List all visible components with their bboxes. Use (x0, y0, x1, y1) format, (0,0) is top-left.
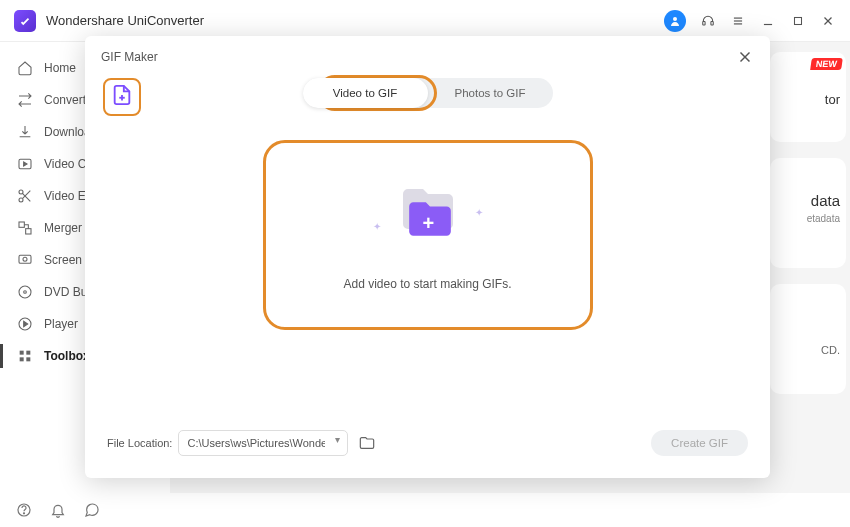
background-cards: NEW tor data etadata CD. (770, 42, 850, 493)
peek-card: data etadata (770, 158, 846, 268)
svg-rect-7 (795, 17, 802, 24)
maximize-icon[interactable] (790, 13, 806, 29)
svg-point-12 (19, 190, 23, 194)
svg-point-29 (23, 513, 24, 514)
bottombar (0, 493, 116, 527)
close-icon[interactable] (736, 48, 754, 66)
tab-photos-to-gif[interactable]: Photos to GIF (428, 78, 553, 108)
svg-rect-27 (26, 357, 30, 361)
download-icon (16, 123, 34, 141)
new-badge: NEW (810, 58, 843, 70)
svg-point-19 (23, 257, 27, 261)
home-icon (16, 59, 34, 77)
sidebar-item-label: Toolbox (44, 349, 90, 363)
add-document-icon (111, 84, 133, 110)
play-icon (16, 315, 34, 333)
user-account-icon[interactable] (664, 10, 686, 32)
menu-icon[interactable] (730, 13, 746, 29)
plus-icon: + (423, 212, 435, 235)
svg-rect-2 (711, 21, 713, 24)
svg-rect-26 (20, 357, 24, 361)
peek-card: NEW tor (770, 52, 846, 142)
help-icon[interactable] (16, 502, 32, 518)
svg-rect-24 (20, 351, 24, 355)
convert-icon (16, 91, 34, 109)
svg-rect-16 (19, 222, 24, 227)
close-icon[interactable] (820, 13, 836, 29)
bell-icon[interactable] (50, 502, 66, 518)
svg-point-0 (673, 17, 677, 21)
sidebar-item-label: Player (44, 317, 78, 331)
merge-icon (16, 219, 34, 237)
minimize-icon[interactable] (760, 13, 776, 29)
drop-text: Add video to start making GIFs. (343, 277, 511, 291)
svg-marker-23 (24, 321, 28, 326)
sidebar-item-label: Home (44, 61, 76, 75)
disc-icon (16, 283, 34, 301)
tab-video-to-gif[interactable]: Video to GIF (303, 78, 428, 108)
headset-icon[interactable] (700, 13, 716, 29)
svg-point-20 (19, 286, 31, 298)
add-folder-illustration: ✦ ✦ + (373, 179, 483, 259)
file-location-label: File Location: (107, 437, 172, 449)
record-icon (16, 251, 34, 269)
create-gif-button[interactable]: Create GIF (651, 430, 748, 456)
drop-area[interactable]: ✦ ✦ + Add video to start making GIFs. (263, 140, 593, 330)
svg-marker-11 (24, 162, 27, 166)
modal-header: GIF Maker (85, 36, 770, 74)
add-file-button[interactable] (103, 78, 141, 116)
feedback-icon[interactable] (84, 502, 100, 518)
file-location-select[interactable] (178, 430, 348, 456)
mode-segmented-control: Video to GIF Photos to GIF (303, 78, 553, 108)
gif-maker-modal: GIF Maker Video to GIF Photos to GIF ✦ ✦… (85, 36, 770, 478)
titlebar-controls (664, 10, 836, 32)
app-logo (14, 10, 36, 32)
app-title: Wondershare UniConverter (46, 13, 204, 28)
modal-footer: File Location: Create GIF (85, 430, 770, 478)
svg-point-13 (19, 198, 23, 202)
grid-icon (16, 347, 34, 365)
svg-rect-25 (26, 351, 30, 355)
browse-folder-icon[interactable] (356, 432, 378, 454)
scissors-icon (16, 187, 34, 205)
svg-rect-18 (19, 255, 31, 263)
compress-icon (16, 155, 34, 173)
svg-rect-1 (703, 21, 705, 24)
sidebar-item-label: Merger (44, 221, 82, 235)
svg-rect-17 (26, 229, 31, 234)
svg-point-21 (24, 291, 27, 294)
modal-title: GIF Maker (101, 50, 158, 64)
peek-card: CD. (770, 284, 846, 394)
